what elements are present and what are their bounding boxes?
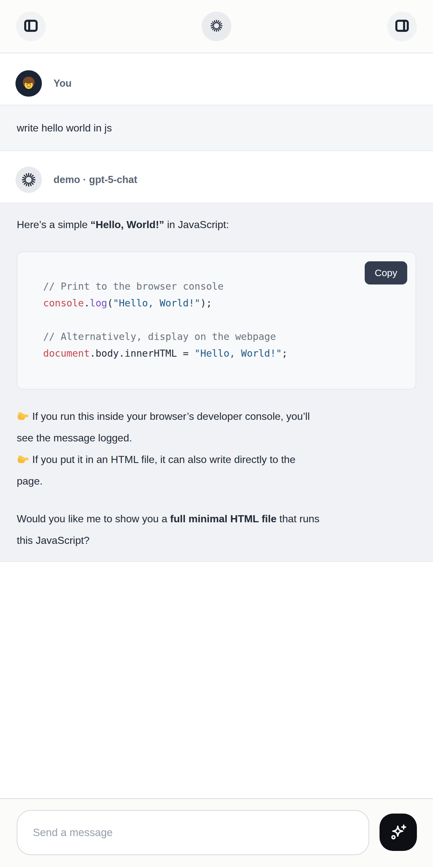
tip-text: If you run this inside your browser’s de… [17,410,310,444]
conversation-empty-space [0,562,433,798]
user-avatar [16,70,42,97]
assistant-message: Here’s a simple “Hello, World!” in JavaS… [0,203,433,562]
message-input[interactable] [17,810,369,855]
code-line: // Alternatively, display on the webpage [43,328,403,345]
code-line-blank [43,312,403,328]
tip: If you run this inside your browser’s de… [17,406,416,449]
assistant-tips: If you run this inside your browser’s de… [17,406,416,492]
panel-left-icon [23,18,39,35]
tip: If you put it in an HTML file, it can al… [17,449,416,492]
code-block: Copy // Print to the browser console con… [17,252,416,390]
spinner-icon [210,19,223,33]
spinner-icon [21,172,36,188]
assistant-message-header: demo · gpt-5-chat [0,151,433,203]
point-right-icon [17,410,29,422]
code-line: // Print to the browser console [43,278,403,295]
assistant-avatar [16,166,42,193]
tip-text: If you put it in an HTML file, it can al… [17,454,296,487]
model-name: demo · gpt-5-chat [54,174,137,186]
assistant-question: Would you like me to show you a full min… [17,508,416,551]
panel-right-icon [394,18,410,35]
copy-button[interactable]: Copy [365,261,407,284]
user-message-header: You [0,54,433,105]
topbar [0,0,433,54]
user-message-text: write hello world in js [17,122,112,134]
assistant-intro: Here’s a simple “Hello, World!” in JavaS… [17,214,416,235]
user-name: You [54,78,71,89]
code-line: document.body.innerHTML = "Hello, World!… [43,345,403,362]
send-button[interactable] [379,813,417,851]
composer [0,798,433,867]
panel-toggle-right-button[interactable] [387,11,417,41]
person-emoji-icon [19,74,38,93]
point-right-icon [17,453,29,465]
logo-spinner-button[interactable] [202,11,231,41]
sidebar-toggle-button[interactable] [16,11,46,41]
code-line: console.log("Hello, World!"); [43,295,403,312]
sparkles-icon [388,822,408,842]
user-message: write hello world in js [0,105,433,151]
